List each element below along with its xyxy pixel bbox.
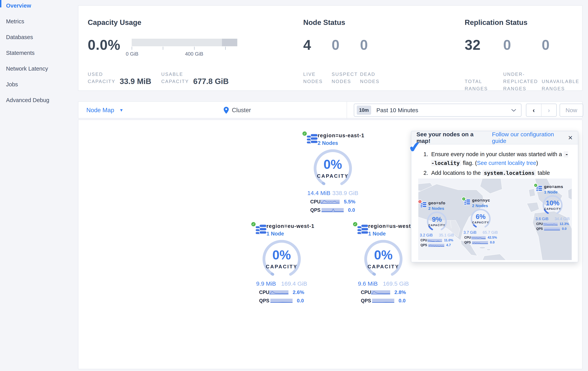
view-mode-label: Node Map (86, 107, 114, 114)
gauge-percent: 10% (542, 199, 563, 206)
total-ranges-count: 32 (465, 38, 503, 52)
region-title: region=eu-west-1 (266, 223, 315, 229)
capacity-percent: 0.0% (88, 38, 120, 52)
used-capacity-label-2: CAPACITY (88, 78, 115, 85)
cpu-label: CPU (310, 199, 321, 205)
cpu-value: 2.6% (293, 289, 304, 295)
cpu-label: CPU (259, 289, 269, 295)
qps-value: 0.0 (562, 227, 567, 231)
cpu-label: CPU (464, 236, 471, 239)
sidebar-item-overview[interactable]: Overview (0, 0, 77, 14)
gauge-percent: 0% (313, 158, 353, 171)
sidebar-item-advanced-debug[interactable]: Advanced Debug (0, 92, 77, 108)
qps-value: 0.0 (348, 207, 355, 213)
node-map-config-popup: See your nodes on a map! Follow our conf… (411, 131, 578, 262)
qps-label: QPS (259, 298, 270, 304)
qps-sparkline (372, 299, 394, 303)
used-capacity: 3.6 GiB (536, 216, 548, 221)
used-capacity: 14.4 MiB (307, 190, 330, 196)
sidebar-item-jobs[interactable]: Jobs (0, 77, 77, 92)
time-forward-button[interactable]: › (542, 104, 556, 116)
sidebar-item-databases[interactable]: Databases (0, 29, 77, 45)
qps-value: 0.0 (297, 298, 304, 304)
suspect-nodes-label-1: SUSPECT (332, 71, 360, 78)
sidebar-item-network-latency[interactable]: Network Latency (0, 61, 77, 77)
cpu-sparkline (321, 200, 340, 204)
main-content: Capacity Usage 0.0% 0 GiB 400 Gi (77, 0, 588, 371)
region-nodes-link[interactable]: 1 Node (266, 231, 315, 237)
qps-sparkline (544, 227, 560, 230)
breadcrumb[interactable]: Cluster (224, 102, 251, 119)
config-step-1: 1. Ensure every node in your cluster was… (423, 150, 570, 167)
replication-status-section: Replication Status 32 0 0 TOTAL RANGES U… (465, 19, 580, 52)
view-mode-dropdown[interactable]: Node Map ▼ (86, 102, 124, 119)
sidebar: Overview Metrics Databases Statements Ne… (0, 0, 77, 371)
locality-tree-link[interactable]: See current locality tree (477, 160, 536, 166)
region-nodes-link[interactable]: 1 Node (368, 231, 416, 237)
close-icon[interactable]: ✕ (568, 134, 573, 141)
used-capacity: 9.9 MiB (256, 280, 276, 287)
total-ranges-label-1: TOTAL (465, 78, 503, 85)
gauge-capacity-label: CAPACITY (313, 173, 353, 179)
cpu-value: 11.0% (444, 238, 453, 242)
map-node-title: geo=sfo (428, 201, 445, 205)
configuration-guide-link[interactable]: Follow our configuration guide (492, 131, 568, 144)
cpu-value: 12.3% (560, 222, 569, 226)
step-number: 1. (423, 150, 431, 167)
region-nodes-link[interactable]: 2 Nodes (318, 140, 365, 146)
axis-label-400: 400 GiB (185, 51, 203, 57)
cpu-sparkline (471, 236, 486, 239)
region-title: region=us-west-1 (368, 223, 416, 229)
node-map-panel: ✓ region=us-east-1 2 Nodes (78, 120, 583, 369)
healthy-check-icon: ✓ (462, 197, 466, 201)
region-card-eu-west-1: ✓ region=eu-west-1 1 Node (247, 222, 317, 304)
healthy-check-icon: ✓ (302, 131, 307, 136)
code-system-locations: system.locations (482, 170, 536, 176)
time-step-buttons: ‹ › (526, 104, 557, 117)
capacity-bar (132, 39, 237, 46)
step-text: Ensure every node in your cluster was st… (431, 150, 570, 167)
used-capacity-value: 33.9 MiB (120, 77, 151, 86)
region-title: region=us-east-1 (318, 133, 365, 139)
qps-label: QPS (310, 207, 322, 213)
healthy-check-icon: ✓ (352, 221, 358, 227)
gauge-capacity-label: CAPACITY (426, 224, 447, 227)
gauge-capacity-label: CAPACITY (470, 221, 491, 224)
nav-list: Overview Metrics Databases Statements Ne… (0, 0, 77, 108)
suspect-nodes-label-2: NODES (332, 78, 360, 85)
map-node-geo-nyc: ✓ geo=nyc 2 Nodes (460, 197, 501, 244)
qps-sparkline (472, 241, 488, 244)
popup-title: See your nodes on a map! (416, 131, 487, 144)
time-range-dropdown[interactable]: 10m Past 10 Minutes (354, 104, 522, 117)
now-button[interactable]: Now (560, 104, 583, 117)
database-stack-icon (357, 224, 368, 237)
node-map-preview: 1 geo=sfo 2 Nodes (418, 178, 572, 260)
dead-nodes-count: 0 (360, 38, 388, 52)
map-node-title: geo=nyc (472, 198, 490, 203)
used-capacity: 3.7 GiB (463, 230, 477, 235)
map-node-count: 2 Nodes (472, 203, 490, 208)
healthy-check-icon: ✓ (251, 221, 256, 227)
used-capacity: 9.6 MiB (358, 280, 378, 287)
total-ranges-label-2: RANGES (465, 85, 503, 92)
unavailable-label-1: UNAVAILABLE (542, 78, 580, 85)
sidebar-item-statements[interactable]: Statements (0, 45, 77, 61)
toolbar-divider (346, 102, 347, 119)
dead-nodes-label-1: DEAD (360, 71, 388, 78)
popup-header: See your nodes on a map! Follow our conf… (411, 131, 578, 144)
live-nodes-label-2: NODES (303, 78, 332, 85)
used-capacity: 3.2 GiB (420, 233, 433, 237)
database-stack-icon (306, 133, 318, 146)
region-card-us-west-1: ✓ region=us-west-1 1 Node (348, 222, 418, 304)
healthy-check-icon: ✓ (534, 183, 538, 187)
time-back-button[interactable]: ‹ (526, 104, 542, 116)
gauge-percent: 9% (426, 216, 447, 223)
unavailable-label-2: RANGES (542, 85, 580, 92)
capacity-gauge: 6% CAPACITY (470, 209, 491, 229)
usable-capacity: 169.4 GiB (281, 280, 307, 287)
gauge-capacity-label: CAPACITY (363, 264, 403, 270)
qps-label: QPS (536, 227, 544, 231)
sidebar-item-metrics[interactable]: Metrics (0, 14, 77, 29)
usable-capacity: 35.1 GiB (439, 233, 454, 237)
chevron-down-icon: ▼ (119, 108, 124, 113)
